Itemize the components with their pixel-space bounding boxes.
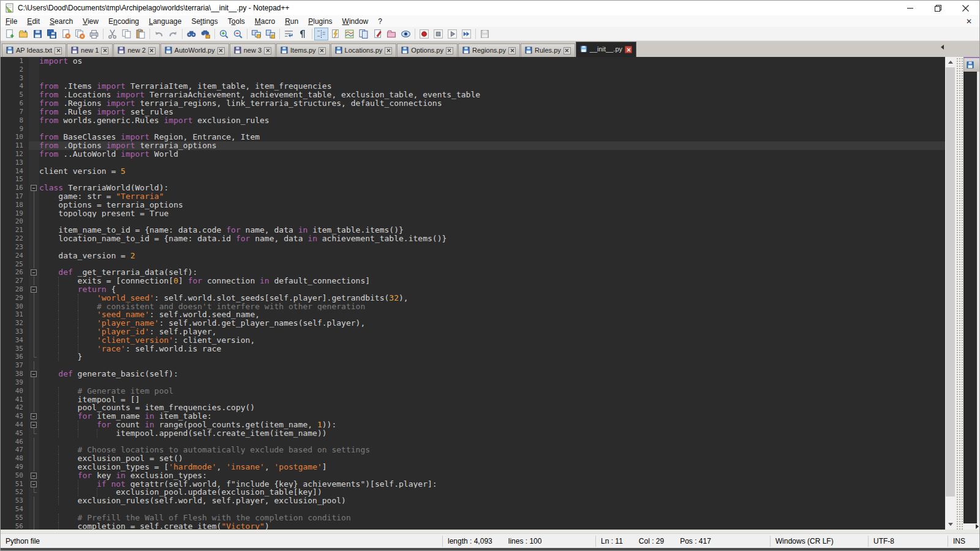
replace-icon[interactable] bbox=[198, 28, 213, 40]
tab-label: Regions.py bbox=[472, 47, 506, 54]
menu-item-settings[interactable]: Settings bbox=[186, 16, 222, 27]
save-file-icon[interactable] bbox=[31, 28, 45, 40]
tab-new-1[interactable]: new 1 bbox=[67, 43, 113, 57]
zoom-out-icon[interactable] bbox=[231, 28, 245, 40]
minimize-button[interactable] bbox=[897, 1, 924, 15]
scrollbar-thumb[interactable] bbox=[946, 67, 955, 497]
zoom-in-icon[interactable] bbox=[217, 28, 231, 40]
tab-regions-py[interactable]: Regions.py bbox=[458, 43, 520, 57]
monitoring-icon[interactable] bbox=[399, 28, 413, 40]
define-language-icon[interactable] bbox=[371, 28, 385, 40]
show-all-characters-icon[interactable] bbox=[296, 28, 310, 40]
fold-toggle-icon[interactable] bbox=[29, 184, 39, 192]
document-map-icon[interactable] bbox=[342, 28, 356, 40]
tab-rules-py[interactable]: Rules.py bbox=[521, 43, 575, 57]
fold-toggle-icon[interactable] bbox=[29, 421, 39, 429]
menu-item-file[interactable]: File bbox=[1, 16, 22, 27]
macro-playback-icon[interactable] bbox=[445, 28, 459, 40]
tab-new-2[interactable]: new 2 bbox=[113, 43, 159, 57]
line-number: 18 bbox=[1, 201, 29, 209]
menu-item-language[interactable]: Language bbox=[144, 16, 186, 27]
menu-item-view[interactable]: View bbox=[78, 16, 104, 27]
menubar-close-icon[interactable]: ✕ bbox=[959, 17, 979, 26]
tab-scroll-left-icon[interactable] bbox=[941, 45, 944, 50]
undo-icon[interactable] bbox=[152, 28, 166, 40]
tab-ap-ideas-txt[interactable]: AP Ideas.txt bbox=[2, 43, 66, 57]
tab-close-icon[interactable] bbox=[318, 47, 326, 54]
tab-close-icon[interactable] bbox=[385, 47, 392, 54]
show-indent-guide-icon[interactable] bbox=[314, 28, 328, 40]
tab--init-py[interactable]: __init__.py bbox=[576, 42, 636, 57]
close-button[interactable] bbox=[952, 1, 979, 15]
fold-toggle-icon[interactable] bbox=[29, 480, 39, 489]
tab-close-icon[interactable] bbox=[148, 47, 156, 54]
menu-item-search[interactable]: Search bbox=[45, 16, 78, 27]
macro-record-icon[interactable] bbox=[417, 28, 431, 40]
vertical-scrollbar[interactable] bbox=[945, 57, 956, 530]
word-wrap-icon[interactable] bbox=[282, 28, 296, 40]
scroll-down-icon[interactable] bbox=[945, 519, 956, 530]
tab-locations-py[interactable]: Locations.py bbox=[331, 43, 397, 57]
paste-icon[interactable] bbox=[134, 28, 148, 40]
view-splitter[interactable] bbox=[956, 57, 963, 530]
menu-item-window[interactable]: Window bbox=[337, 16, 374, 27]
cut-icon[interactable] bbox=[105, 28, 119, 40]
menu-item-macro[interactable]: Macro bbox=[250, 16, 280, 27]
tab-close-icon[interactable] bbox=[101, 47, 108, 54]
tab-items-py[interactable]: Items.py bbox=[276, 43, 330, 57]
tab-close-icon[interactable] bbox=[625, 46, 632, 53]
fold-margin bbox=[29, 319, 39, 328]
code-text: for item_name in item_table: bbox=[39, 412, 945, 421]
menu-item-tools[interactable]: Tools bbox=[223, 16, 250, 27]
scrollbar-track[interactable] bbox=[945, 67, 956, 519]
sync-scroll-vertical-icon[interactable] bbox=[249, 28, 263, 40]
code-editor[interactable]: 1import os234from .Items import Terraria… bbox=[1, 57, 945, 530]
restore-button[interactable] bbox=[924, 1, 952, 15]
fold-toggle-icon[interactable] bbox=[29, 268, 39, 277]
tab-close-icon[interactable] bbox=[564, 47, 571, 54]
function-list-icon[interactable] bbox=[328, 28, 342, 40]
close-all-icon[interactable] bbox=[73, 28, 87, 40]
document-list-icon[interactable] bbox=[356, 28, 371, 40]
fold-toggle-icon[interactable] bbox=[29, 412, 39, 421]
close-file-icon[interactable] bbox=[59, 28, 73, 40]
menu-item-plugins[interactable]: Plugins bbox=[303, 16, 337, 27]
redo-icon[interactable] bbox=[166, 28, 180, 40]
tab-close-icon[interactable] bbox=[217, 47, 225, 54]
tab-autoworld-py[interactable]: AutoWorld.py bbox=[160, 43, 229, 57]
second-view-tab[interactable] bbox=[963, 57, 979, 72]
second-view-hscroll[interactable] bbox=[963, 523, 979, 530]
tab-new-3[interactable]: new 3 bbox=[230, 43, 276, 57]
macro-stop-icon[interactable] bbox=[431, 28, 445, 40]
fold-toggle-icon[interactable] bbox=[29, 471, 39, 480]
tab-bar: AP Ideas.txtnew 1new 2AutoWorld.pynew 3I… bbox=[1, 41, 979, 57]
scroll-up-icon[interactable] bbox=[945, 57, 956, 67]
copy-icon[interactable] bbox=[119, 28, 134, 40]
menu-item-encoding[interactable]: Encoding bbox=[104, 16, 144, 27]
tab-options-py[interactable]: Options.py bbox=[397, 43, 458, 57]
tab-close-icon[interactable] bbox=[55, 47, 62, 54]
macro-run-multiple-icon[interactable] bbox=[459, 28, 473, 40]
code-text bbox=[39, 217, 945, 226]
menu-item-[interactable]: ? bbox=[373, 16, 387, 27]
menu-bar: FileEditSearchViewEncodingLanguageSettin… bbox=[1, 15, 979, 27]
status-insert-mode[interactable]: INS bbox=[953, 537, 965, 545]
sync-scroll-horizontal-icon[interactable] bbox=[263, 28, 277, 40]
open-file-icon[interactable] bbox=[17, 28, 31, 40]
menu-item-edit[interactable]: Edit bbox=[22, 16, 45, 27]
fold-margin bbox=[29, 150, 39, 159]
status-encoding[interactable]: UTF-8 bbox=[873, 537, 894, 545]
menu-item-run[interactable]: Run bbox=[280, 16, 303, 27]
tab-close-icon[interactable] bbox=[446, 47, 453, 54]
find-icon[interactable] bbox=[184, 28, 198, 40]
tab-close-icon[interactable] bbox=[508, 47, 516, 54]
save-all-icon[interactable] bbox=[45, 28, 59, 40]
print-icon[interactable] bbox=[87, 28, 101, 40]
status-eol-format[interactable]: Windows (CR LF) bbox=[775, 537, 834, 545]
fold-toggle-icon[interactable] bbox=[29, 285, 39, 294]
new-file-icon[interactable] bbox=[2, 28, 17, 40]
second-view-editor[interactable] bbox=[963, 72, 979, 523]
fold-toggle-icon[interactable] bbox=[29, 370, 39, 378]
folder-as-workspace-icon[interactable] bbox=[385, 28, 399, 40]
tab-close-icon[interactable] bbox=[264, 47, 271, 54]
